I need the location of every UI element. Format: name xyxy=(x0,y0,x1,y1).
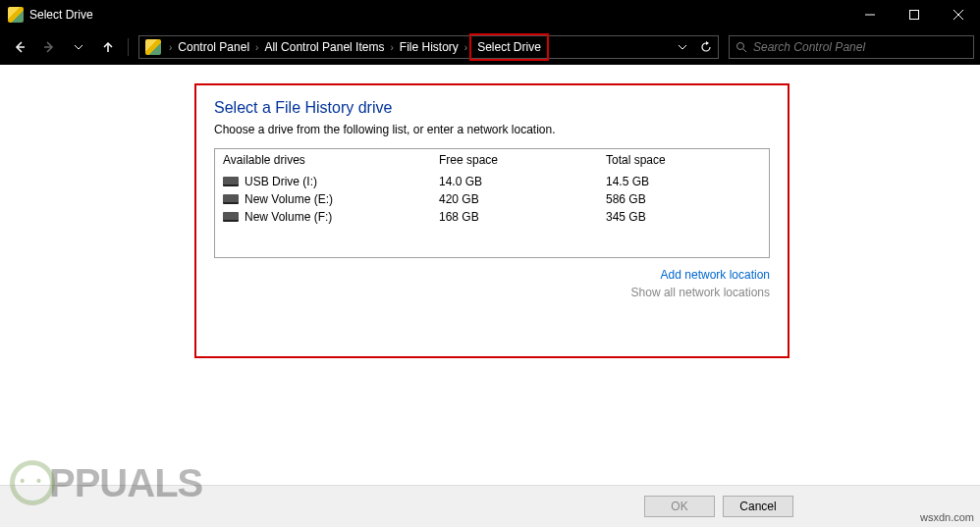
breadcrumb-item[interactable]: Control Panel xyxy=(174,40,253,54)
drive-free: 420 GB xyxy=(439,192,606,206)
select-drive-panel: Select a File History drive Choose a dri… xyxy=(194,83,789,358)
app-icon xyxy=(8,7,24,23)
navigation-bar: › Control Panel › All Control Panel Item… xyxy=(0,29,980,65)
table-row[interactable]: USB Drive (I:) 14.0 GB 14.5 GB xyxy=(223,173,761,190)
cancel-button[interactable]: Cancel xyxy=(723,496,793,517)
svg-point-7 xyxy=(737,43,744,50)
page-heading: Select a File History drive xyxy=(214,99,770,117)
chevron-right-icon[interactable]: › xyxy=(463,42,469,53)
maximize-button[interactable] xyxy=(892,0,936,29)
location-icon xyxy=(145,39,161,55)
close-button[interactable] xyxy=(936,0,980,29)
minimize-button[interactable] xyxy=(847,0,892,29)
drive-icon xyxy=(223,212,239,222)
drives-table: Available drives Free space Total space … xyxy=(214,148,770,258)
watermark-url: wsxdn.com xyxy=(920,511,974,523)
show-all-network-locations-link[interactable]: Show all network locations xyxy=(214,286,770,299)
table-row[interactable]: New Volume (E:) 420 GB 586 GB xyxy=(223,190,761,208)
ok-button[interactable]: OK xyxy=(644,496,715,517)
breadcrumb-item[interactable]: File History xyxy=(396,40,463,54)
drive-total: 14.5 GB xyxy=(606,175,761,188)
logo-face-icon xyxy=(10,460,55,505)
window-title: Select Drive xyxy=(29,8,847,22)
chevron-right-icon[interactable]: › xyxy=(167,42,174,53)
address-bar[interactable]: › Control Panel › All Control Panel Item… xyxy=(138,35,719,59)
titlebar: Select Drive xyxy=(0,0,980,29)
table-header: Available drives Free space Total space xyxy=(215,149,769,171)
chevron-right-icon[interactable]: › xyxy=(388,42,395,53)
recent-dropdown-icon[interactable] xyxy=(65,33,92,61)
search-icon xyxy=(730,41,753,53)
breadcrumb-item-current[interactable]: Select Drive xyxy=(469,33,549,61)
refresh-icon[interactable] xyxy=(694,36,718,58)
svg-rect-1 xyxy=(909,11,918,20)
search-box[interactable] xyxy=(729,35,974,59)
drive-name: USB Drive (I:) xyxy=(245,175,317,188)
drive-name: New Volume (F:) xyxy=(245,210,332,224)
back-button[interactable] xyxy=(6,33,33,61)
watermark-text: PPUALS xyxy=(49,461,202,505)
chevron-right-icon[interactable]: › xyxy=(253,42,260,53)
col-available-drives[interactable]: Available drives xyxy=(223,153,439,167)
col-free-space[interactable]: Free space xyxy=(439,153,606,167)
drive-total: 586 GB xyxy=(606,192,761,206)
watermark-logo: PPUALS xyxy=(10,460,202,505)
drive-name: New Volume (E:) xyxy=(245,192,333,206)
drive-icon xyxy=(223,194,239,204)
svg-line-8 xyxy=(743,49,746,52)
search-input[interactable] xyxy=(753,40,973,54)
page-subheading: Choose a drive from the following list, … xyxy=(214,123,770,136)
drive-free: 168 GB xyxy=(439,210,606,224)
drive-icon xyxy=(223,177,239,186)
forward-button[interactable] xyxy=(35,33,63,61)
up-button[interactable] xyxy=(94,33,122,61)
col-total-space[interactable]: Total space xyxy=(606,153,761,167)
drive-total: 345 GB xyxy=(606,210,761,224)
separator xyxy=(128,38,129,56)
add-network-location-link[interactable]: Add network location xyxy=(214,268,770,282)
content-area: Select a File History drive Choose a dri… xyxy=(0,65,980,485)
drive-free: 14.0 GB xyxy=(439,175,606,188)
breadcrumb-item[interactable]: All Control Panel Items xyxy=(260,40,388,54)
address-dropdown-icon[interactable] xyxy=(671,36,694,58)
table-row[interactable]: New Volume (F:) 168 GB 345 GB xyxy=(223,208,761,226)
